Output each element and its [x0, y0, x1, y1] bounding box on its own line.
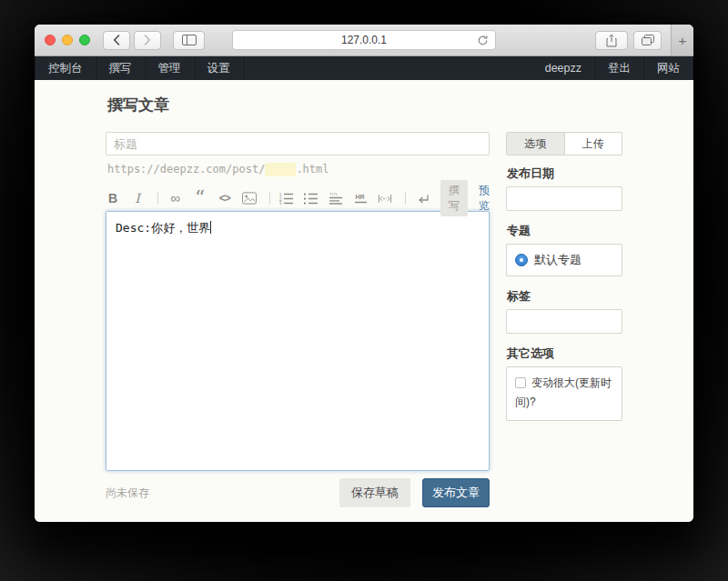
browser-toolbar: 127.0.0.1 +	[35, 25, 693, 56]
nav-item-console[interactable]: 控制台	[35, 56, 96, 80]
save-draft-button[interactable]: 保存草稿	[339, 478, 410, 507]
share-button[interactable]	[595, 31, 628, 50]
editor-column: https://deepzz.com/post/.html B I ∞ “ <>…	[106, 132, 490, 507]
article-title-input[interactable]	[106, 132, 490, 155]
sidebar-icon	[182, 35, 197, 45]
topic-label: 专题	[507, 223, 622, 239]
permalink-slug-field[interactable]	[265, 163, 296, 176]
zoom-window-button[interactable]	[79, 35, 90, 45]
editor-footer: 尚未保存 保存草稿 发布文章	[106, 478, 490, 507]
share-icon	[606, 34, 617, 47]
svg-text:3: 3	[279, 201, 282, 205]
unordered-list-icon[interactable]	[304, 189, 318, 207]
chevron-right-icon	[144, 35, 151, 45]
article-body-text: Desc:你好，世界	[116, 221, 210, 235]
permalink-prefix: https://deepzz.com/post/	[107, 163, 265, 175]
preview-mode-button[interactable]: 预览	[479, 183, 490, 214]
sidebar-tabs: 选项 上传	[506, 132, 622, 155]
image-icon[interactable]	[242, 189, 257, 207]
write-mode-button[interactable]: 撰写	[440, 180, 468, 216]
tags-label: 标签	[507, 288, 622, 305]
bold-icon[interactable]: B	[106, 189, 120, 207]
blockquote-icon[interactable]: “	[193, 193, 207, 204]
admin-navbar: 控制台 撰写 管理 设置 deepzz 登出 网站	[35, 56, 693, 80]
undo-icon[interactable]	[416, 189, 430, 207]
page-break-icon[interactable]	[378, 189, 392, 207]
publish-button[interactable]: 发布文章	[422, 478, 490, 507]
other-option-row[interactable]: 变动很大(更新时间)?	[506, 366, 622, 421]
nav-item-settings[interactable]: 设置	[195, 56, 244, 80]
editor-toolbar: B I ∞ “ <> 123	[106, 187, 490, 209]
article-body-textarea[interactable]: Desc:你好，世界	[106, 211, 490, 471]
horizontal-rule-icon[interactable]: HR	[353, 189, 368, 207]
code-icon[interactable]: <>	[217, 189, 232, 207]
nav-item-username[interactable]: deepzz	[532, 56, 595, 80]
page-content: 撰写文章 https://deepzz.com/post/.html B I ∞…	[35, 80, 693, 522]
page-title: 撰写文章	[107, 96, 622, 115]
permalink-line: https://deepzz.com/post/.html	[107, 161, 490, 177]
editor-mode-switch: 撰写 预览	[440, 180, 490, 216]
browser-window: 127.0.0.1 + 控制台 撰写 管理 设置 deepzz 登出 网站 撰写…	[35, 25, 693, 522]
tags-input[interactable]	[506, 309, 622, 334]
minimize-window-button[interactable]	[62, 35, 73, 45]
sidebar-toggle-button[interactable]	[173, 31, 205, 50]
tab-overview-button[interactable]	[633, 31, 662, 50]
publish-date-input[interactable]	[506, 186, 622, 211]
address-bar[interactable]: 127.0.0.1	[232, 30, 496, 50]
toolbar-divider	[405, 192, 406, 205]
close-window-button[interactable]	[45, 35, 56, 45]
svg-text:HR: HR	[355, 194, 364, 200]
nav-item-logout[interactable]: 登出	[595, 56, 644, 80]
navbar-spacer	[244, 56, 532, 80]
topic-option-row[interactable]: 默认专题	[506, 244, 622, 276]
address-text: 127.0.0.1	[341, 34, 387, 46]
other-option-text: 变动很大(更新时间)?	[515, 376, 612, 408]
traffic-lights	[45, 35, 90, 45]
heading-icon[interactable]: TITL	[329, 189, 343, 207]
radio-selected-icon[interactable]	[515, 254, 528, 266]
svg-text:TITL: TITL	[329, 192, 339, 196]
nav-item-manage[interactable]: 管理	[146, 56, 195, 80]
ordered-list-icon[interactable]: 123	[279, 189, 294, 207]
nav-item-site[interactable]: 网站	[644, 56, 693, 80]
link-icon[interactable]: ∞	[168, 189, 183, 207]
permalink-suffix: .html	[296, 163, 329, 175]
topic-option-text: 默认专题	[534, 252, 581, 268]
toolbar-divider	[269, 192, 270, 205]
checkbox-unchecked-icon[interactable]	[515, 377, 526, 388]
chevron-left-icon	[113, 35, 120, 45]
options-sidebar: 选项 上传 发布日期 专题 默认专题 标签 其它选项 变动很大(更新时间)?	[506, 132, 622, 507]
forward-button[interactable]	[134, 31, 161, 50]
toolbar-divider	[157, 192, 158, 205]
back-button[interactable]	[103, 31, 130, 50]
text-caret	[210, 221, 211, 234]
reload-icon	[477, 35, 489, 46]
tab-options[interactable]: 选项	[507, 133, 564, 155]
other-options-label: 其它选项	[507, 346, 622, 362]
reload-button[interactable]	[477, 35, 489, 46]
publish-date-label: 发布日期	[507, 165, 622, 182]
new-tab-button[interactable]: +	[671, 25, 693, 55]
tabs-icon	[642, 35, 654, 45]
tab-upload[interactable]: 上传	[564, 133, 622, 155]
italic-icon[interactable]: I	[130, 189, 145, 207]
save-status-text: 尚未保存	[106, 486, 149, 501]
nav-item-write[interactable]: 撰写	[96, 56, 146, 80]
